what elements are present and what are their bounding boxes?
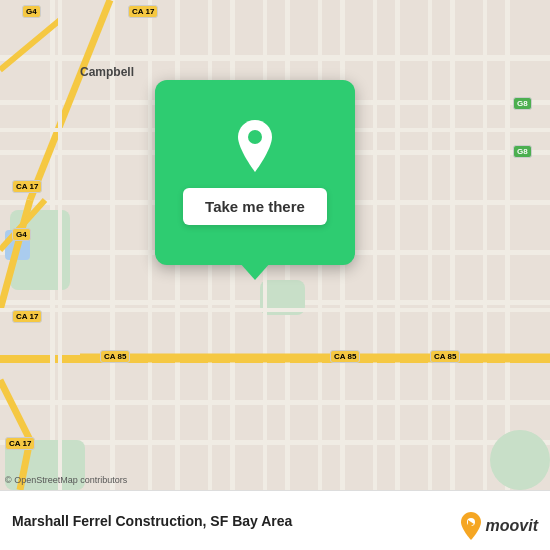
location-pin-icon — [231, 120, 279, 176]
map-container: CA 17 G4 G8 G8 CA 17 G4 CA 17 CA 17 CA 8… — [0, 0, 550, 490]
bottom-bar: Marshall Ferrel Construction, SF Bay Are… — [0, 490, 550, 550]
svg-line-5 — [0, 200, 45, 250]
location-title: Marshall Ferrel Construction, SF Bay Are… — [12, 513, 292, 529]
shield-g8-1: G8 — [513, 145, 532, 158]
shield-ca85-mid: CA 85 — [330, 350, 360, 363]
moovit-logo-text: moovit — [486, 517, 538, 535]
shield-ca17-mid: CA 17 — [12, 180, 42, 193]
shield-g4-mid: G4 — [12, 228, 31, 241]
shield-ca17-top: CA 17 — [128, 5, 158, 18]
svg-line-0 — [30, 0, 110, 200]
city-label-campbell: Campbell — [80, 65, 134, 79]
svg-line-4 — [0, 20, 60, 70]
shield-g4-top: G4 — [22, 5, 41, 18]
svg-point-17 — [248, 130, 262, 144]
shield-ca17-left: CA 17 — [12, 310, 42, 323]
map-pin-popup: Take me there — [155, 80, 355, 265]
shield-ca85-left: CA 85 — [100, 350, 130, 363]
shield-g8-2: G8 — [513, 97, 532, 110]
take-me-there-button[interactable]: Take me there — [183, 188, 327, 225]
bottom-info: Marshall Ferrel Construction, SF Bay Are… — [12, 513, 292, 529]
moovit-logo: moovit — [459, 512, 538, 540]
moovit-pin-icon — [459, 512, 483, 540]
svg-line-1 — [0, 200, 30, 310]
osm-attribution: © OpenStreetMap contributors — [5, 475, 127, 485]
svg-line-2 — [0, 380, 30, 440]
shield-ca85-right: CA 85 — [430, 350, 460, 363]
shield-ca17-bottom: CA 17 — [5, 437, 35, 450]
